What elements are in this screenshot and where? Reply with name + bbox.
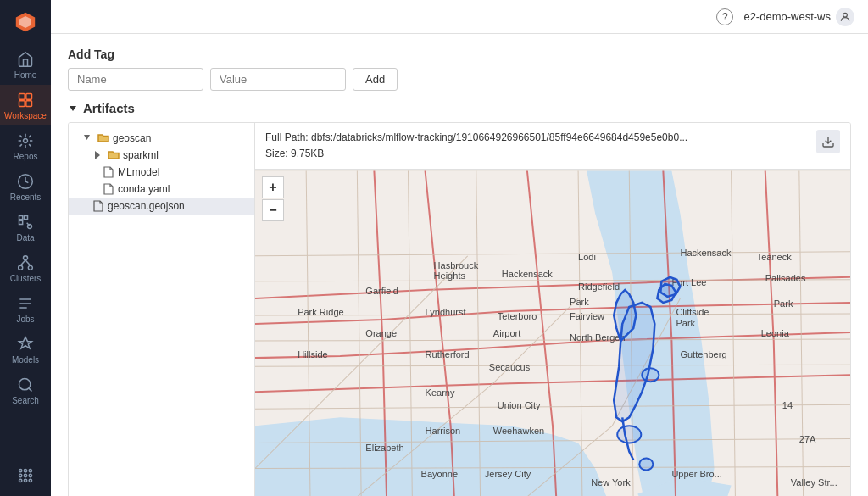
folder-icon [108, 149, 120, 161]
svg-text:Kearny: Kearny [426, 388, 455, 398]
svg-text:Fairview: Fairview [570, 311, 604, 321]
svg-line-22 [29, 388, 32, 392]
chevron-down-icon [82, 132, 94, 144]
svg-text:North Bergen: North Bergen [570, 332, 626, 343]
svg-text:Airport: Airport [493, 328, 520, 338]
file-icon [103, 166, 114, 178]
svg-point-31 [29, 479, 31, 482]
download-icon [821, 135, 835, 148]
help-button[interactable]: ? [716, 8, 733, 25]
svg-rect-5 [26, 101, 32, 107]
sidebar-item-search[interactable]: Search [0, 370, 51, 410]
sidebar-item-jobs[interactable]: Jobs [0, 288, 51, 329]
svg-marker-35 [95, 151, 100, 159]
svg-point-77 [617, 426, 641, 443]
svg-point-78 [639, 459, 653, 471]
tree-item-conda[interactable]: conda.yaml [69, 181, 254, 198]
topbar: ? e2-demo-west-ws [51, 0, 868, 34]
file-full-path: Full Path: dbfs:/databricks/mlflow-track… [265, 130, 687, 146]
svg-rect-3 [26, 94, 32, 100]
sidebar-item-apps[interactable] [0, 460, 51, 489]
svg-text:Teaneck: Teaneck [757, 252, 793, 262]
svg-point-14 [19, 265, 23, 270]
file-icon [103, 183, 114, 195]
svg-marker-33 [70, 106, 76, 111]
svg-point-26 [19, 474, 22, 476]
svg-text:Secaucus: Secaucus [489, 363, 531, 373]
folder-icon [97, 132, 109, 144]
svg-text:Weehawken: Weehawken [493, 426, 544, 437]
svg-text:Palisades: Palisades [765, 273, 806, 283]
tag-value-input[interactable] [210, 68, 346, 91]
svg-rect-9 [24, 216, 27, 220]
map-controls: + − [262, 176, 284, 221]
user-menu[interactable]: e2-demo-west-ws [743, 8, 854, 26]
svg-text:Bayonne: Bayonne [421, 469, 459, 479]
sidebar-item-repos[interactable]: Repos [0, 125, 51, 166]
sidebar-item-clusters[interactable]: Clusters [0, 248, 51, 288]
svg-text:Lyndhurst: Lyndhurst [426, 307, 466, 317]
svg-rect-10 [19, 220, 23, 224]
svg-point-25 [29, 470, 31, 472]
tree-item-geoscan[interactable]: geoscan [69, 130, 254, 147]
add-tag-row: Add [68, 68, 851, 91]
zoom-out-button[interactable]: − [262, 199, 284, 221]
svg-text:Elizabeth: Elizabeth [365, 443, 403, 454]
sidebar-item-home[interactable]: Home [0, 44, 51, 85]
svg-point-29 [19, 479, 22, 482]
svg-point-32 [843, 13, 848, 17]
chevron-down-icon [68, 103, 78, 114]
map-svg: Park Ridge Hillside Garfield Orange Eliz… [255, 170, 850, 496]
svg-text:Hillside: Hillside [298, 350, 328, 360]
svg-text:Orange: Orange [365, 328, 397, 338]
svg-point-21 [19, 379, 31, 390]
sidebar-item-data[interactable]: Data [0, 207, 51, 248]
tree-item-label: MLmodel [118, 166, 159, 178]
tree-item-mlmodel[interactable]: MLmodel [69, 164, 254, 181]
svg-text:Leonia: Leonia [761, 328, 790, 338]
svg-text:Park: Park [774, 298, 793, 309]
svg-text:Hasbrouck: Hasbrouck [434, 260, 479, 270]
artifacts-header[interactable]: Artifacts [68, 101, 851, 115]
svg-text:Upper Bro...: Upper Bro... [671, 469, 721, 479]
svg-text:Garfield: Garfield [365, 286, 398, 296]
svg-point-13 [24, 256, 28, 260]
tree-item-sparkml[interactable]: sparkml [69, 147, 254, 164]
svg-point-23 [19, 470, 22, 472]
file-info-bar: Full Path: dbfs:/databricks/mlflow-track… [255, 123, 850, 170]
svg-text:14: 14 [782, 401, 793, 411]
svg-point-30 [24, 479, 26, 482]
svg-text:Ridgefield: Ridgefield [578, 281, 620, 292]
sidebar-item-workspace[interactable]: Workspace [0, 85, 51, 125]
svg-point-6 [24, 139, 28, 143]
username-label: e2-demo-west-ws [743, 10, 831, 23]
add-tag-title: Add Tag [68, 47, 851, 61]
tag-name-input[interactable] [68, 68, 203, 91]
file-preview-panel: Full Path: dbfs:/databricks/mlflow-track… [255, 123, 850, 496]
map-container[interactable]: Park Ridge Hillside Garfield Orange Eliz… [255, 170, 850, 496]
svg-text:Heights: Heights [434, 270, 466, 281]
file-info-text: Full Path: dbfs:/databricks/mlflow-track… [265, 130, 687, 162]
svg-text:Lodi: Lodi [578, 252, 596, 262]
sidebar-item-recents[interactable]: Recents [0, 166, 51, 207]
svg-text:Hackensack: Hackensack [502, 269, 553, 279]
svg-text:Valley Str...: Valley Str... [791, 477, 837, 488]
svg-text:Jersey City: Jersey City [485, 469, 531, 479]
add-tag-button[interactable]: Add [353, 68, 398, 91]
zoom-in-button[interactable]: + [262, 176, 284, 198]
svg-text:New York: New York [591, 477, 631, 488]
svg-text:Hackensack: Hackensack [680, 248, 731, 258]
tree-item-geoscan-geojson[interactable]: geoscan.geojson [69, 198, 254, 215]
add-tag-section: Add Tag Add [68, 47, 851, 91]
artifacts-body: geoscan sparkml [68, 122, 851, 496]
svg-point-15 [28, 265, 32, 270]
svg-text:Park Ridge: Park Ridge [298, 307, 344, 317]
svg-text:Harrison: Harrison [426, 426, 461, 437]
content-area: Add Tag Add Artifacts [51, 34, 868, 496]
svg-text:Park: Park [570, 297, 589, 307]
svg-rect-8 [19, 216, 23, 220]
svg-rect-2 [19, 94, 25, 100]
download-button[interactable] [816, 130, 840, 153]
sidebar-item-models[interactable]: Models [0, 329, 51, 370]
svg-marker-34 [84, 135, 90, 140]
